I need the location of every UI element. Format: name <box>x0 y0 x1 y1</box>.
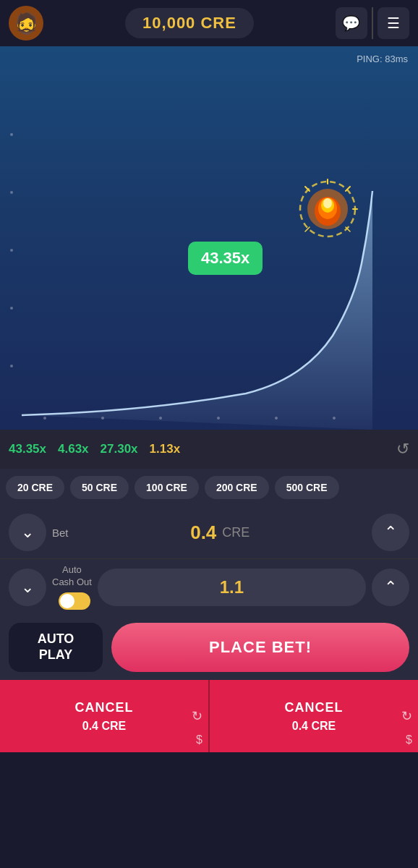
history-refresh-button[interactable]: ↺ <box>396 440 409 459</box>
svg-line-8 <box>305 227 310 231</box>
cashout-value-area[interactable]: 1.1 <box>98 569 366 606</box>
bet-control: ⌄ Bet 0.4 CRE ⌃ <box>0 506 418 558</box>
rocket-explosion <box>295 176 360 242</box>
svg-point-5 <box>323 198 332 208</box>
balance-badge: 10,000 CRE <box>125 8 254 38</box>
cancel-row: CANCEL 0.4 CRE ↻ $ CANCEL 0.4 CRE ↻ $ <box>0 680 418 752</box>
chat-icon: 💬 <box>342 14 360 32</box>
multiplier-value: 43.35x <box>201 249 249 267</box>
action-row: AUTOPLAY PLACE BET! <box>0 615 418 680</box>
chevron-up-icon: ⌃ <box>384 523 397 542</box>
chip-500[interactable]: 500 CRE <box>275 476 339 499</box>
refresh-icon-left: ↻ <box>192 708 202 724</box>
cancel-amount-left: 0.4 CRE <box>82 720 126 733</box>
bet-value: 0.4 <box>190 522 216 544</box>
history-bar: 43.35x 4.63x 27.30x 1.13x ↺ <box>0 430 418 469</box>
history-item-3: 1.13x <box>150 442 181 456</box>
cancel-panel-left[interactable]: CANCEL 0.4 CRE ↻ $ <box>0 680 208 752</box>
bet-decrease-button[interactable]: ⌄ <box>9 514 46 551</box>
chip-20[interactable]: 20 CRE <box>6 476 64 499</box>
chip-50[interactable]: 50 CRE <box>70 476 129 499</box>
cancel-panel-right[interactable]: CANCEL 0.4 CRE ↻ $ <box>210 680 418 752</box>
cancel-label-right: CANCEL <box>285 700 344 715</box>
chip-200[interactable]: 200 CRE <box>205 476 269 499</box>
cancel-label-left: CANCEL <box>75 700 134 715</box>
header: 🧔 10,000 CRE 💬 ☰ <box>0 0 418 46</box>
toggle-track[interactable] <box>59 592 90 610</box>
header-icons: 💬 ☰ <box>336 7 409 39</box>
auto-cashout-control: ⌄ AutoCash Out 1.1 ⌃ <box>0 558 418 615</box>
refresh-icon-right: ↻ <box>401 708 412 724</box>
chips-row: 20 CRE 50 CRE 100 CRE 200 CRE 500 CRE <box>0 469 418 506</box>
cashout-increase-button[interactable]: ⌃ <box>372 569 409 606</box>
chevron-up-icon: ⌃ <box>384 578 397 597</box>
cashout-value: 1.1 <box>220 577 244 597</box>
chat-button[interactable]: 💬 <box>336 7 367 39</box>
dollar-icon-right: $ <box>406 733 412 746</box>
game-area: PING: 83ms <box>0 46 418 430</box>
bet-value-area: 0.4 CRE <box>74 522 366 544</box>
auto-play-label: AUTOPLAY <box>38 631 74 663</box>
dollar-icon-left: $ <box>196 733 202 746</box>
toggle-knob <box>60 594 74 608</box>
auto-play-button[interactable]: AUTOPLAY <box>9 623 103 672</box>
chip-100[interactable]: 100 CRE <box>135 476 199 499</box>
cancel-amount-right: 0.4 CRE <box>292 720 336 733</box>
icon-divider <box>372 7 373 39</box>
chevron-down-icon: ⌄ <box>21 578 34 597</box>
balance-display: 10,000 CRE <box>142 14 236 33</box>
bet-increase-button[interactable]: ⌃ <box>372 514 409 551</box>
bet-label: Bet <box>52 527 69 539</box>
menu-button[interactable]: ☰ <box>378 7 409 39</box>
history-item-1: 4.63x <box>58 442 89 456</box>
multiplier-badge: 43.35x <box>188 242 263 275</box>
history-item-2: 27.30x <box>101 442 138 456</box>
avatar[interactable]: 🧔 <box>9 6 43 41</box>
history-item-0: 43.35x <box>9 442 46 456</box>
menu-icon: ☰ <box>387 14 400 32</box>
auto-cashout-label: AutoCash Out <box>52 564 92 589</box>
bet-currency: CRE <box>222 525 249 540</box>
cashout-decrease-button[interactable]: ⌄ <box>9 569 46 606</box>
chevron-down-icon: ⌄ <box>21 523 34 542</box>
auto-cashout-toggle[interactable] <box>59 592 90 610</box>
place-bet-button[interactable]: PLACE BET! <box>111 623 409 672</box>
